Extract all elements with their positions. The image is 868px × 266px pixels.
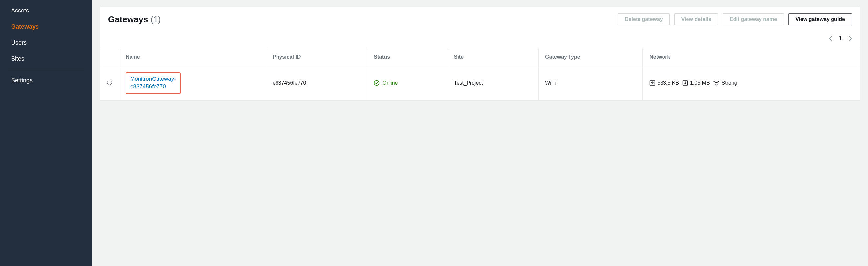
chevron-left-icon (829, 36, 833, 42)
gateways-panel: Gateways (1) Delete gateway View details… (100, 7, 860, 100)
page-title-text: Gateways (108, 14, 148, 24)
row-radio[interactable] (107, 80, 112, 85)
view-gateway-guide-button[interactable]: View gateway guide (788, 13, 852, 25)
sidebar-item-sites[interactable]: Sites (0, 51, 92, 67)
signal-value: Strong (722, 80, 737, 86)
sidebar-item-settings[interactable]: Settings (0, 73, 92, 89)
chevron-right-icon (848, 36, 852, 42)
pagination: 1 (100, 33, 860, 48)
pagination-next[interactable] (848, 36, 852, 42)
gateways-table: Name Physical ID Status Site Gateway Typ… (100, 48, 860, 100)
row-physical-id: e837456fe770 (266, 66, 367, 100)
col-site: Site (447, 48, 538, 66)
page-title-count: (1) (151, 14, 161, 24)
table-header-row: Name Physical ID Status Site Gateway Typ… (100, 48, 860, 66)
gateway-name-line1: MonitronGateway- (130, 76, 176, 82)
row-site: Test_Project (447, 66, 538, 100)
upload-value: 533.5 KB (657, 80, 679, 86)
sidebar-item-users[interactable]: Users (0, 35, 92, 51)
row-gateway-type: WiFi (538, 66, 643, 100)
svg-point-0 (374, 80, 379, 86)
sidebar-item-gateways[interactable]: Gateways (0, 19, 92, 35)
col-select (100, 48, 119, 66)
gateway-name-line2: e837456fe770 (130, 84, 166, 90)
col-network: Network (643, 48, 860, 66)
table-row: MonitronGateway- e837456fe770 e837456fe7… (100, 66, 860, 100)
network-download: 1.05 MB (682, 80, 710, 86)
main-content: Gateways (1) Delete gateway View details… (92, 0, 868, 266)
row-select-cell (100, 66, 119, 100)
sidebar-divider (8, 70, 84, 70)
page-title: Gateways (1) (108, 14, 618, 25)
col-physical-id: Physical ID (266, 48, 367, 66)
download-value: 1.05 MB (690, 80, 710, 86)
col-name: Name (119, 48, 266, 66)
edit-gateway-name-button[interactable]: Edit gateway name (723, 13, 784, 25)
network-upload: 533.5 KB (649, 80, 679, 86)
status-online-icon (374, 80, 380, 86)
svg-point-3 (716, 85, 716, 86)
upload-icon (649, 80, 655, 86)
view-details-button[interactable]: View details (674, 13, 718, 25)
row-name-cell: MonitronGateway- e837456fe770 (119, 66, 266, 100)
action-buttons: Delete gateway View details Edit gateway… (618, 13, 852, 25)
network-signal: Strong (713, 80, 737, 86)
sidebar-item-assets[interactable]: Assets (0, 3, 92, 19)
panel-header: Gateways (1) Delete gateway View details… (100, 7, 860, 33)
download-icon (682, 80, 688, 86)
delete-gateway-button[interactable]: Delete gateway (618, 13, 670, 25)
name-highlight: MonitronGateway- e837456fe770 (126, 72, 181, 94)
wifi-icon (713, 80, 720, 86)
sidebar: Assets Gateways Users Sites Settings (0, 0, 92, 266)
gateway-name-link[interactable]: MonitronGateway- e837456fe770 (130, 76, 176, 90)
row-network-cell: 533.5 KB 1.05 MB Strong (643, 66, 860, 100)
row-status-cell: Online (367, 66, 447, 100)
status-text: Online (382, 80, 398, 86)
col-gateway-type: Gateway Type (538, 48, 643, 66)
pagination-page: 1 (839, 35, 842, 42)
col-status: Status (367, 48, 447, 66)
pagination-prev[interactable] (829, 36, 833, 42)
